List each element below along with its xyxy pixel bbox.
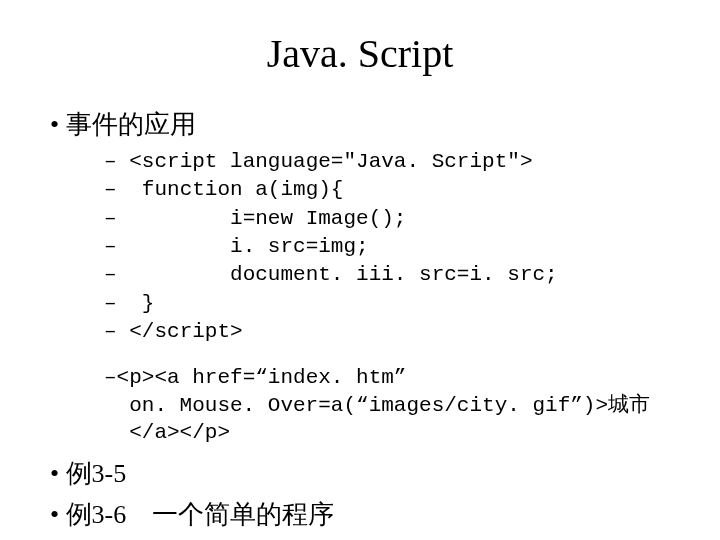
code-line-4: i. src=img; — [104, 233, 680, 261]
code-line-3: i=new Image(); — [104, 205, 680, 233]
bullet-example-3-6-desc: 一个简单的程序 — [152, 500, 334, 529]
snippet-line-1: <p><a href=“index. htm” — [117, 366, 407, 389]
code-line-2: function a(img){ — [104, 176, 680, 204]
code-line-7: </script> — [104, 318, 680, 346]
snippet-line-2: on. Mouse. Over=a(“images/city. gif”)>城市… — [104, 392, 680, 447]
slide: Java. Script 事件的应用 <script language="Jav… — [0, 0, 720, 540]
bullet-example-3-5: 例3-5 — [50, 456, 680, 491]
code-line-5: document. iii. src=i. src; — [104, 261, 680, 289]
snippet-line: <p><a href=“index. htm” on. Mouse. Over=… — [104, 364, 680, 446]
slide-title: Java. Script — [40, 30, 680, 77]
bullet-events-text: 事件的应用 — [66, 110, 196, 139]
code-line-1: <script language="Java. Script"> — [104, 148, 680, 176]
snippet-block: <p><a href=“index. htm” on. Mouse. Over=… — [50, 364, 680, 446]
bullet-example-3-6: 例3-6 一个简单的程序 — [50, 497, 680, 532]
bullet-list: 事件的应用 <script language="Java. Script"> f… — [40, 107, 680, 532]
bullet-example-3-6-text: 例3-6 — [66, 500, 127, 529]
bullet-example-3-5-text: 例3-5 — [66, 459, 127, 488]
code-line-6: } — [104, 290, 680, 318]
bullet-events: 事件的应用 <script language="Java. Script"> f… — [50, 107, 680, 446]
code-block: <script language="Java. Script"> functio… — [50, 148, 680, 346]
